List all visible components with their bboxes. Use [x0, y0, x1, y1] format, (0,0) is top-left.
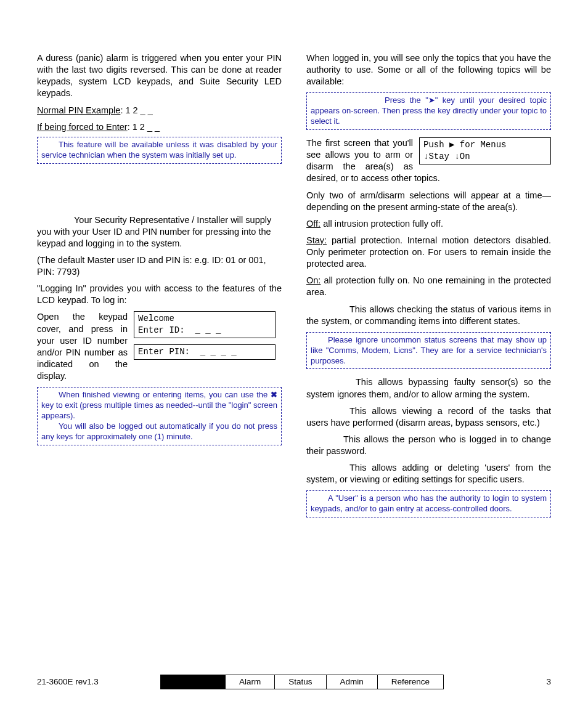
exit-note-line2: You will also be logged out automaticall… — [41, 421, 277, 442]
default-pin: (The default Master user ID and PIN is: … — [37, 254, 282, 278]
exit-note-line1: When finished viewing or entering items,… — [41, 390, 277, 421]
bypass-topic: This allows bypassing faulty sensor(s) s… — [306, 376, 551, 400]
user-def-note: A "User" is a person who has the authori… — [306, 490, 551, 517]
off-text: all intrusion protection fully off. — [321, 219, 443, 229]
stay-label: Stay: — [306, 235, 327, 245]
status-note-text: Please ignore uncommon status screens th… — [311, 335, 547, 367]
tab-reference: Reference — [377, 675, 443, 689]
right-arrow-icon: ➤ — [428, 95, 435, 105]
normal-pin-line: Normal PIN Example: 1 2 _ _ — [37, 105, 282, 116]
rep-intro: Your Security Representative / Installer… — [37, 214, 282, 249]
tab-blank — [161, 675, 225, 689]
revision-label: 21-3600E rev1.3 — [37, 676, 160, 688]
off-label: Off: — [306, 219, 321, 229]
user-def-text: A "User" is a person who has the authori… — [311, 493, 547, 514]
duress-note-text: This feature will be available unless it… — [41, 140, 277, 161]
lcd-enter-pin: Enter PIN: _ _ _ _ — [134, 344, 276, 360]
close-icon: ✖ — [271, 390, 277, 399]
tab-alarm: Alarm — [225, 675, 274, 689]
page-number: 3 — [444, 676, 551, 688]
press-arrow-text: Press the "➤" key until your desired top… — [311, 95, 547, 127]
exit-note: When finished viewing or entering items,… — [37, 387, 282, 445]
forced-pin-value: : 1 2 _ _ — [128, 122, 160, 132]
duress-note: This feature will be available unless it… — [37, 137, 282, 164]
status-topic: This allows checking the status of vario… — [306, 304, 551, 327]
on-text: all protection fully on. No one remainin… — [306, 275, 551, 297]
open-cover-text: Open the keypad cover, and press in your… — [37, 311, 128, 382]
history-topic: This allows viewing a record of the task… — [306, 405, 551, 429]
stay-line: Stay: partial protection. Internal motio… — [306, 235, 551, 270]
lcd-welcome: Welcome Enter ID: _ _ _ — [134, 311, 276, 338]
footer-tabs: Alarm Status Admin Reference — [160, 675, 444, 689]
left-column: A duress (panic) alarm is triggered when… — [37, 52, 282, 525]
stay-text: partial protection. Internal motion dete… — [306, 235, 551, 269]
login-intro: "Logging In" provides you with access to… — [37, 283, 282, 306]
status-note: Please ignore uncommon status screens th… — [306, 332, 551, 370]
off-line: Off: all intrusion protection fully off. — [306, 218, 551, 230]
forced-pin-label: If being forced to Enter — [37, 122, 128, 132]
password-topic: This allows the person who is logged in … — [306, 434, 551, 457]
tab-admin: Admin — [326, 675, 377, 689]
duress-description: A duress (panic) alarm is triggered when… — [37, 52, 282, 100]
normal-pin-value: : 1 2 _ _ — [120, 105, 152, 115]
on-label: On: — [306, 275, 321, 285]
page-footer: 21-3600E rev1.3 Alarm Status Admin Refer… — [37, 675, 551, 689]
normal-pin-label: Normal PIN Example — [37, 105, 120, 115]
two-selections: Only two of arm/disarm selections will a… — [306, 190, 551, 213]
tab-status: Status — [274, 675, 325, 689]
press-arrow-note: Press the "➤" key until your desired top… — [306, 92, 551, 130]
forced-pin-line: If being forced to Enter: 1 2 _ _ — [37, 121, 282, 133]
on-line: On: all protection fully on. No one rema… — [306, 275, 551, 298]
right-column: When logged in, you will see only the to… — [306, 52, 551, 525]
users-topic: This allows adding or deleting 'users' f… — [306, 462, 551, 485]
topics-intro: When logged in, you will see only the to… — [306, 52, 551, 87]
lcd-menus: Push ▶ for Menus ↓Stay ↓On — [419, 137, 551, 164]
